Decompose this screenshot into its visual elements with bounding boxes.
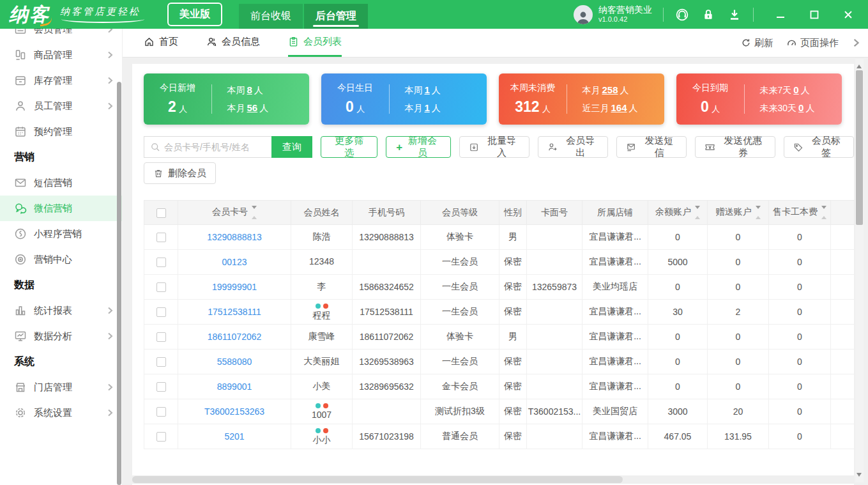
cell-gift: 0	[708, 350, 769, 374]
sort-caret[interactable]	[695, 206, 700, 219]
col-balance[interactable]: 余额账户	[648, 201, 708, 225]
avatar[interactable]	[574, 5, 593, 24]
sidebar-item-members[interactable]: 会员管理	[0, 29, 122, 42]
chevron-right-icon	[106, 77, 114, 84]
sidebar-item-stores[interactable]: 门店管理	[0, 374, 122, 400]
cell-extra	[831, 275, 855, 300]
stat-card-birthday-today: 今日生日 0 人 本周1人 本月1人	[321, 73, 487, 125]
row-checkbox[interactable]	[156, 357, 166, 367]
sidebar-item-wechat-marketing[interactable]: 微信营销	[0, 196, 122, 221]
stat-card-new-today: 今日新增 2 人 本周8人 本月56人	[144, 73, 309, 125]
sidebar-item-analytics[interactable]: 数据分析	[0, 323, 122, 349]
cell-fee: 0	[769, 350, 831, 374]
person-icon	[14, 100, 27, 112]
page-ops-button[interactable]: 页面操作	[786, 37, 839, 49]
member-card-link[interactable]: 17512538111	[208, 307, 261, 317]
more-filter-button[interactable]: 更多筛选	[321, 136, 377, 158]
sidebar-item-goods[interactable]: 商品管理	[0, 42, 122, 68]
add-member-button[interactable]: + 新增会员	[386, 136, 451, 158]
delete-member-button[interactable]: 删除会员	[144, 162, 216, 184]
edition-button[interactable]: 美业版	[167, 3, 222, 26]
cell-gender: 保密	[499, 300, 527, 325]
cell-extra	[831, 225, 855, 250]
tab-member-list[interactable]: 会员列表	[288, 29, 342, 57]
cell-card: 00123	[178, 250, 291, 275]
close-button[interactable]	[841, 8, 855, 22]
sort-caret[interactable]	[756, 206, 761, 219]
sort-caret[interactable]	[821, 206, 826, 219]
row-checkbox[interactable]	[156, 382, 166, 392]
horizontal-scrollbar[interactable]	[132, 475, 854, 484]
send-coupon-button[interactable]: 发送优惠券	[695, 136, 775, 158]
tab-home[interactable]: 首页	[144, 29, 178, 57]
member-card-link[interactable]: 8899001	[217, 381, 252, 392]
vertical-scrollbar-thumb[interactable]	[856, 70, 863, 225]
cell-store: 宜昌谦谦君...	[582, 374, 648, 399]
member-card-link[interactable]: 00123	[222, 257, 247, 267]
chevron-right-icon[interactable]	[851, 38, 860, 47]
row-checkbox[interactable]	[156, 258, 166, 267]
sidebar-item-staff[interactable]: 员工管理	[0, 93, 122, 119]
customer-service-icon[interactable]	[674, 7, 690, 22]
send-sms-button[interactable]: 发送短信	[616, 136, 687, 158]
member-card-link[interactable]: T36002153263	[204, 406, 264, 417]
download-icon[interactable]	[727, 7, 742, 22]
member-tag-button[interactable]: 会员标签	[784, 136, 854, 158]
cell-phone	[353, 250, 421, 275]
member-card-link[interactable]: 13290888813	[207, 232, 262, 242]
header-checkbox-cell	[144, 201, 178, 225]
search-icon	[150, 142, 160, 152]
cell-card: 5588080	[178, 350, 291, 374]
cell-fee: 0	[769, 275, 831, 300]
batch-import-button[interactable]: 批量导入	[459, 136, 529, 158]
nav-tab-backoffice[interactable]: 后台管理	[304, 4, 368, 29]
row-checkbox[interactable]	[156, 307, 166, 317]
sidebar-scrollbar[interactable]	[117, 82, 121, 485]
sort-caret[interactable]	[252, 206, 257, 219]
col-card[interactable]: 会员卡号	[178, 201, 291, 225]
user-name: 纳客营销美业	[598, 4, 652, 16]
refresh-button[interactable]: 刷新	[741, 37, 773, 49]
member-card-link[interactable]: 5588080	[217, 357, 252, 367]
scroll-down-arrow[interactable]	[857, 473, 862, 479]
member-card-link[interactable]: 18611072062	[208, 332, 262, 342]
row-checkbox[interactable]	[156, 407, 166, 417]
sidebar-item-booking[interactable]: 预约管理	[0, 119, 122, 144]
member-export-button[interactable]: 会员导出	[538, 136, 608, 158]
sidebar-item-miniprogram-marketing[interactable]: 小程序营销	[0, 221, 122, 247]
cell-store: 宜昌谦谦君...	[582, 325, 648, 350]
maximize-button[interactable]	[807, 8, 821, 22]
col-name: 会员姓名	[291, 201, 353, 225]
divider	[663, 8, 664, 22]
scroll-up-arrow[interactable]	[857, 62, 862, 68]
tab-member-info[interactable]: 会员信息	[206, 29, 260, 57]
select-all-checkbox[interactable]	[156, 208, 166, 218]
cell-name: 李	[291, 275, 353, 300]
lock-icon[interactable]	[701, 7, 716, 22]
vertical-scrollbar[interactable]	[855, 59, 864, 482]
row-checkbox[interactable]	[156, 332, 166, 342]
horizontal-scrollbar-thumb[interactable]	[132, 476, 623, 483]
sidebar-item-inventory[interactable]: 库存管理	[0, 68, 122, 93]
search-input[interactable]	[164, 142, 271, 152]
row-checkbox[interactable]	[156, 282, 166, 292]
sidebar-item-marketing-center[interactable]: 营销中心	[0, 247, 122, 272]
trash-icon	[153, 168, 164, 179]
cell-checkbox	[144, 225, 178, 250]
sidebar-item-sms-marketing[interactable]: 短信营销	[0, 170, 122, 196]
cell-name: 12348	[291, 250, 353, 275]
minimize-button[interactable]	[773, 8, 788, 22]
col-fee[interactable]: 售卡工本费	[769, 201, 831, 225]
member-card-link[interactable]: 5201	[224, 431, 244, 442]
cell-level: 体验卡	[421, 225, 499, 250]
cell-store: 宜昌谦谦君...	[582, 225, 648, 250]
query-button[interactable]: 查询	[271, 136, 312, 158]
sidebar-item-reports[interactable]: 统计报表	[0, 298, 122, 323]
sidebar-item-settings[interactable]: 系统设置	[0, 400, 122, 426]
nav-tab-cashier[interactable]: 前台收银	[239, 4, 303, 29]
member-card-link[interactable]: 199999901	[212, 282, 257, 292]
row-checkbox[interactable]	[156, 233, 166, 242]
cell-fee: 0	[769, 250, 831, 275]
row-checkbox[interactable]	[156, 432, 166, 442]
col-gift[interactable]: 赠送账户	[708, 201, 769, 225]
